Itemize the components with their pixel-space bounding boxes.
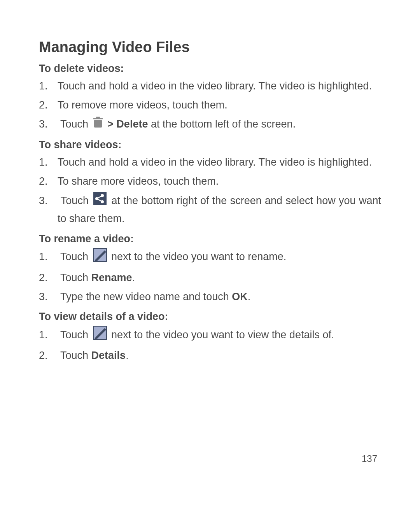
step-text: Touch and hold a video in the video libr…: [58, 156, 372, 168]
list-item: To share more videos, touch them.: [39, 173, 381, 190]
list-item: To remove more videos, touch them.: [39, 97, 381, 114]
delete-steps-list: Touch and hold a video in the video libr…: [39, 78, 381, 133]
list-item: Touch Rename.: [39, 269, 381, 286]
step-text-part: Touch: [60, 118, 91, 130]
list-item: Touch and hold a video in the video libr…: [39, 78, 381, 94]
trash-icon: [93, 117, 103, 133]
step-text-part: next to the video you want to view the d…: [111, 329, 334, 341]
section-heading-rename: To rename a video:: [39, 233, 381, 245]
svg-rect-0: [94, 120, 102, 128]
share-icon: [93, 192, 107, 210]
step-text-part: Touch: [60, 272, 91, 283]
section-heading-details: To view details of a video:: [39, 311, 381, 323]
step-text: Touch next to the video you want to rena…: [60, 251, 286, 262]
step-text: Touch > Delete at the bottom left of the…: [60, 118, 296, 130]
step-text-bold: > Delete: [107, 118, 148, 130]
step-text-part: .: [126, 350, 129, 361]
share-steps-list: Touch and hold a video in the video libr…: [39, 154, 381, 227]
step-text: Type the new video name and touch OK.: [60, 291, 250, 302]
list-item: Touch next to the video you want to view…: [39, 326, 381, 345]
list-item: Touch next to the video you want to rena…: [39, 248, 381, 267]
step-text-part: Touch: [60, 350, 91, 361]
list-item: Touch > Delete at the bottom left of the…: [39, 116, 381, 133]
step-text: Touch Rename.: [60, 272, 135, 283]
step-text: Touch and hold a video in the video libr…: [58, 80, 372, 92]
section-heading-share: To share videos:: [39, 139, 381, 151]
step-text: To remove more videos, touch them.: [58, 99, 228, 111]
step-text: Touch Details.: [60, 350, 129, 361]
page-number: 137: [362, 453, 377, 464]
list-item: Touch and hold a video in the video libr…: [39, 154, 381, 171]
step-text-part: at the bottom left of the screen.: [151, 118, 296, 130]
list-item: Touch Details.: [39, 347, 381, 364]
rename-steps-list: Touch next to the video you want to rena…: [39, 248, 381, 306]
step-text-bold: OK: [232, 291, 248, 302]
step-text-part: next to the video you want to rename.: [111, 251, 286, 262]
step-text-bold: Details: [91, 350, 126, 361]
step-text-part: Type the new video name and touch: [60, 291, 232, 302]
step-text: To share more videos, touch them.: [58, 175, 219, 187]
document-page: Managing Video Files To delete videos: T…: [0, 0, 420, 507]
edit-icon: [93, 326, 107, 345]
step-text: Touch at the bottom right of the screen …: [58, 195, 381, 224]
step-text-part: .: [248, 291, 251, 302]
details-steps-list: Touch next to the video you want to view…: [39, 326, 381, 364]
edit-icon: [93, 248, 107, 267]
step-text-bold: Rename: [91, 272, 132, 283]
step-text-part: Touch: [60, 329, 91, 341]
svg-rect-2: [96, 117, 100, 118]
svg-rect-1: [93, 118, 103, 119]
list-item: Touch at the bottom right of the screen …: [39, 192, 381, 227]
list-item: Type the new video name and touch OK.: [39, 288, 381, 305]
section-heading-delete: To delete videos:: [39, 63, 381, 75]
step-text-part: .: [132, 272, 135, 283]
step-text: Touch next to the video you want to view…: [60, 329, 334, 341]
step-text-part: Touch: [61, 195, 92, 206]
step-text-part: Touch: [60, 251, 91, 262]
page-title: Managing Video Files: [39, 39, 381, 56]
